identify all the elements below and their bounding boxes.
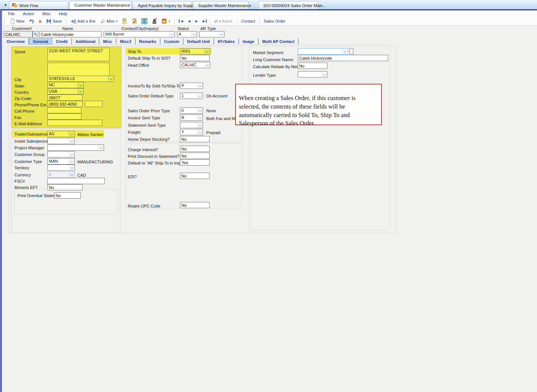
- sales-order-button[interactable]: Sales Order: [263, 19, 287, 24]
- print-overdue-field[interactable]: [54, 192, 81, 199]
- first-record-button[interactable]: ◀: [179, 19, 184, 23]
- toolbar-grip[interactable]: [4, 18, 6, 24]
- menu-file[interactable]: File: [8, 11, 15, 16]
- ship-to-select[interactable]: 0001: [180, 48, 210, 54]
- tab-remarks[interactable]: Remarks: [136, 38, 160, 44]
- doc-tab-aged-payable[interactable]: Aged Payable Inquiry by Supplier: [133, 1, 192, 9]
- chevron-down-icon[interactable]: [191, 31, 197, 37]
- customer-number-field[interactable]: [4, 31, 33, 37]
- state-select[interactable]: NC: [47, 82, 84, 88]
- tab-general[interactable]: General: [29, 38, 52, 44]
- default-all-shipto-field[interactable]: [180, 159, 210, 166]
- charge-interest-field[interactable]: [180, 146, 210, 152]
- street-line1-field[interactable]: 2100 WEST FRONT STREET: [47, 48, 110, 61]
- require-upc-field[interactable]: [180, 202, 210, 208]
- edi-field[interactable]: [180, 173, 210, 179]
- chevron-down-icon[interactable]: [197, 93, 203, 99]
- fax-field[interactable]: [47, 113, 81, 120]
- doc-tab-work-flow[interactable]: Work Flow: [9, 1, 68, 9]
- city-select[interactable]: STATESVILLE: [47, 76, 114, 82]
- phone-ext-field[interactable]: [85, 101, 103, 107]
- contact-button[interactable]: Contact: [240, 19, 256, 24]
- menu-misc[interactable]: Misc: [42, 11, 51, 16]
- trader-select[interactable]: AS: [47, 131, 75, 137]
- so-price-type-select[interactable]: 0: [180, 107, 203, 114]
- misc-button[interactable]: Misc ▾: [99, 18, 119, 24]
- next-record-button[interactable]: ▶: [194, 19, 199, 23]
- cell-phone-field[interactable]: [47, 107, 81, 113]
- tab-multi-ap-contact[interactable]: Multi AP Contact: [259, 38, 298, 44]
- calc-rebate-field[interactable]: [298, 63, 327, 69]
- market-segment-spin[interactable]: [350, 48, 353, 54]
- book-button[interactable]: ▾: [160, 18, 171, 24]
- new-button[interactable]: New: [9, 18, 26, 24]
- chevron-down-icon[interactable]: [69, 165, 74, 170]
- chevron-down-icon[interactable]: [169, 31, 174, 37]
- tab-custom[interactable]: Custom: [160, 38, 183, 44]
- chevron-down-icon[interactable]: [197, 122, 203, 128]
- freight-select[interactable]: Y: [180, 129, 203, 135]
- name-field[interactable]: [39, 31, 101, 37]
- market-segment-select[interactable]: [298, 48, 348, 54]
- tab-misc2[interactable]: Misc2: [116, 38, 136, 44]
- status-select[interactable]: A: [177, 31, 197, 37]
- chevron-down-icon[interactable]: [69, 131, 74, 137]
- head-office-select[interactable]: CALHIC: [180, 62, 210, 68]
- tab-image[interactable]: Image: [239, 38, 259, 44]
- menu-action[interactable]: Action: [23, 11, 34, 16]
- delete-button[interactable]: ×: [37, 18, 43, 24]
- chevron-down-icon[interactable]: [69, 159, 74, 164]
- lender-type-select[interactable]: [298, 71, 327, 77]
- print-discount-field[interactable]: [180, 153, 210, 159]
- chevron-down-icon[interactable]: [197, 83, 203, 89]
- doc-tab-sales-order[interactable]: S/O 00009024 Sales Order Main...: [258, 1, 318, 9]
- chevron-down-icon[interactable]: [197, 115, 203, 120]
- contact-city-select[interactable]: Will Barret: [104, 31, 175, 37]
- tab-list-dropdown-button[interactable]: ▼: [2, 2, 9, 8]
- menu-help[interactable]: Help: [59, 11, 67, 16]
- tab-misc[interactable]: Misc: [99, 38, 116, 44]
- undo-button[interactable]: [27, 18, 36, 24]
- chevron-down-icon[interactable]: [108, 76, 114, 82]
- ar-type-select[interactable]: [199, 31, 224, 37]
- tab-default-unit[interactable]: Default Unit: [183, 38, 214, 44]
- stamp-button[interactable]: [150, 18, 159, 24]
- so-default-type-select[interactable]: 1: [180, 93, 203, 99]
- default-ship-to-field[interactable]: [180, 55, 210, 61]
- doc-tab-customer-master[interactable]: Customer Master Maintenance ×: [69, 1, 131, 9]
- tab-additional[interactable]: Additional: [72, 38, 100, 44]
- customer-group-select[interactable]: [47, 151, 75, 157]
- home-depot-field[interactable]: [180, 136, 210, 142]
- save-button[interactable]: Save: [45, 18, 63, 24]
- customer-lookup-button[interactable]: [33, 31, 38, 37]
- customer-type-select[interactable]: MAN: [47, 158, 75, 165]
- chevron-down-icon[interactable]: [321, 72, 327, 77]
- country-select[interactable]: USA: [47, 88, 84, 94]
- tab-overview[interactable]: Overview: [3, 38, 29, 44]
- quick-entry-button[interactable]: QE: [140, 18, 149, 24]
- chevron-down-icon[interactable]: [69, 152, 74, 157]
- phone-field[interactable]: [47, 101, 83, 107]
- inside-salesperson-select[interactable]: [47, 138, 75, 144]
- chevron-down-icon[interactable]: [78, 89, 83, 94]
- chevron-down-icon[interactable]: [204, 62, 210, 68]
- invoice-to-select[interactable]: P: [180, 83, 203, 89]
- chevron-down-icon[interactable]: [69, 138, 74, 144]
- chevron-down-icon[interactable]: [197, 129, 203, 135]
- zip-field[interactable]: [47, 94, 83, 101]
- doc-tab-supplier-master[interactable]: Supplier Master Maintenance: [193, 1, 249, 9]
- clipboard-check-button[interactable]: [130, 18, 139, 24]
- previous-record-button[interactable]: ◀: [186, 19, 192, 23]
- fsc-field[interactable]: [47, 178, 105, 184]
- add-line-button[interactable]: Add a line: [69, 18, 97, 24]
- chevron-down-icon[interactable]: [204, 49, 210, 54]
- long-customer-name-field[interactable]: [298, 55, 388, 61]
- chevron-down-icon[interactable]: [78, 82, 83, 88]
- invoice-sent-type-select[interactable]: B: [180, 114, 203, 121]
- last-record-button[interactable]: ▶: [201, 19, 207, 23]
- email-field[interactable]: [47, 120, 102, 126]
- chevron-down-icon[interactable]: [98, 145, 104, 150]
- chevron-down-icon[interactable]: [197, 108, 203, 113]
- project-manager-select[interactable]: [47, 144, 104, 151]
- tab-8yrsales[interactable]: 8YrSales: [214, 38, 239, 44]
